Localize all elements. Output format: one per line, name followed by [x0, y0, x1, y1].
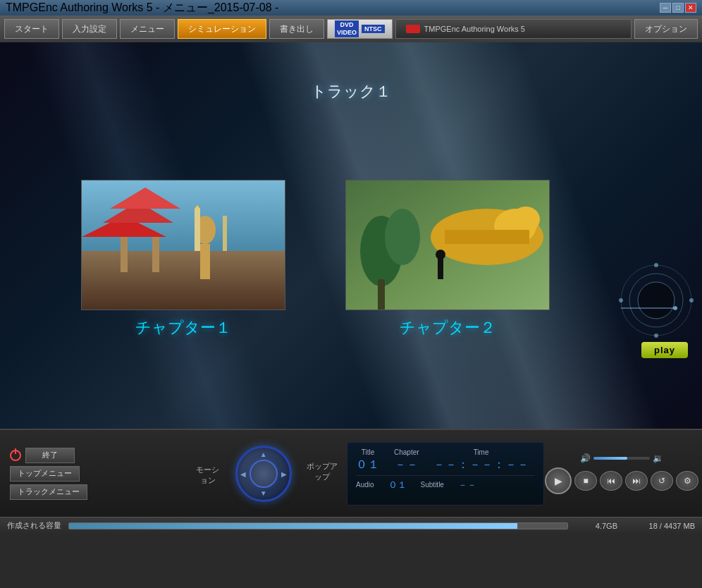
chapter-label: Chapter	[394, 448, 419, 456]
joystick-inner[interactable]	[250, 460, 278, 488]
subtitle-value: －－	[458, 479, 476, 491]
svg-point-24	[638, 282, 675, 319]
chapter-value: －－	[395, 458, 419, 472]
time-info-col: Time －－：－－：－－	[433, 448, 529, 472]
svg-point-28	[619, 298, 623, 302]
playback-controls: 🔊 🔉 ▶ ■ ⏮ ⏭ ↺ ⚙	[551, 453, 692, 494]
end-row: 終了	[10, 448, 186, 463]
status-count: 18 / 4437 MB	[624, 522, 695, 530]
start-button[interactable]: スタート	[4, 19, 59, 39]
svg-rect-0	[82, 180, 285, 251]
title-bar: TMPGEnc Authoring Works 5 - メニュー_2015-07…	[0, 0, 702, 16]
repeat-button[interactable]: ↺	[651, 471, 673, 491]
track-title: トラック１	[311, 81, 391, 102]
dvd-video-button[interactable]: DVDVIDEO NTSC	[327, 19, 393, 39]
volume-fill	[593, 457, 627, 460]
export-button[interactable]: 書き出し	[269, 19, 324, 39]
title-label: Title	[362, 448, 375, 456]
end-button[interactable]: 終了	[25, 448, 75, 463]
top-menu-row: トップメニュー	[10, 466, 186, 482]
joy-down-icon: ▼	[260, 489, 267, 497]
info-row-2: Audio ０１ Subtitle －－	[356, 475, 535, 491]
svg-rect-20	[438, 258, 443, 279]
svg-rect-9	[195, 209, 200, 251]
svg-point-25	[654, 263, 658, 267]
svg-point-21	[436, 250, 445, 259]
option-button[interactable]: オプション	[634, 19, 698, 39]
prev-button[interactable]: ⏮	[600, 471, 622, 491]
joy-right-icon: ▶	[281, 470, 287, 477]
speaker-icon: 🔉	[653, 453, 663, 463]
minimize-button[interactable]: ─	[660, 3, 671, 13]
maximize-button[interactable]: □	[672, 3, 684, 13]
settings-button[interactable]: ⚙	[676, 471, 698, 491]
audio-value: ０１	[388, 479, 407, 491]
status-size: 4.7GB	[575, 522, 617, 530]
volume-icon: 🔊	[580, 453, 591, 463]
brand-area: TMPGEnc Authoring Works 5	[395, 19, 632, 39]
chapter2-label: チャプター２	[400, 317, 495, 338]
title-text: TMPGEnc Authoring Works 5 - メニュー_2015-07…	[6, 1, 278, 16]
volume-row: 🔊 🔉	[580, 453, 663, 463]
subtitle-label: Subtitle	[421, 481, 444, 489]
svg-rect-11	[223, 216, 227, 251]
chapter1-container[interactable]: チャプター１	[81, 180, 285, 338]
info-row-1: Title ０１ Chapter －－ Time －－：－－：－－	[356, 448, 535, 472]
dvd-control-overlay: play	[641, 269, 688, 358]
svg-rect-5	[121, 237, 128, 272]
play-main-button[interactable]: ▶	[545, 467, 572, 494]
svg-point-15	[512, 207, 540, 232]
power-icon	[10, 450, 21, 461]
motion-area: モーション	[193, 461, 223, 486]
motion-label: モーション	[193, 465, 223, 486]
dvd-badge: DVDVIDEO	[335, 20, 359, 37]
track-menu-row: トラックメニュー	[10, 484, 186, 500]
transport-row: ▶ ■ ⏮ ⏭ ↺ ⚙	[545, 467, 698, 494]
ntsc-badge: NTSC	[362, 25, 385, 33]
capacity-fill	[69, 523, 517, 529]
joy-left-icon: ◀	[240, 470, 246, 477]
brand-icon	[406, 25, 420, 33]
time-label: Time	[474, 448, 489, 456]
svg-point-27	[654, 333, 658, 338]
play-button[interactable]: play	[641, 342, 688, 358]
info-display: Title ０１ Chapter －－ Time －－：－－：－－ Audio …	[347, 442, 544, 506]
chapter1-label: チャプター１	[135, 317, 231, 338]
svg-rect-1	[82, 251, 285, 310]
title-controls: ─ □ ✕	[660, 3, 696, 13]
audio-label: Audio	[356, 481, 374, 489]
chapter1-thumbnail	[81, 180, 285, 310]
title-value: ０１	[356, 458, 380, 472]
time-value: －－：－－：－－	[433, 458, 529, 472]
chapter-info-col: Chapter －－	[394, 448, 419, 472]
status-label: 作成される容量	[7, 520, 61, 531]
joystick-outer[interactable]: ▲ ▼ ◀ ▶	[235, 446, 292, 502]
stop-button[interactable]: ■	[574, 471, 597, 491]
svg-rect-16	[445, 230, 529, 244]
track-menu-button[interactable]: トラックメニュー	[10, 484, 87, 500]
joy-up-icon: ▲	[260, 451, 267, 458]
capacity-bar	[68, 522, 568, 529]
svg-rect-18	[378, 279, 385, 310]
svg-rect-8	[200, 244, 210, 279]
status-bar: 作成される容量 4.7GB 18 / 4437 MB	[0, 517, 702, 534]
popup-area: ポップアップ	[304, 461, 340, 486]
title-info-col: Title ０１	[356, 448, 380, 472]
top-menu-button[interactable]: トップメニュー	[10, 466, 80, 482]
chapter2-container[interactable]: チャプター２	[345, 180, 550, 338]
popup-label: ポップアップ	[304, 461, 340, 482]
left-controls: 終了 トップメニュー トラックメニュー	[10, 448, 186, 500]
simulation-button[interactable]: シミュレーション	[178, 19, 266, 39]
close-button[interactable]: ✕	[685, 3, 696, 13]
svg-point-19	[385, 209, 420, 265]
joystick-area[interactable]: ▲ ▼ ◀ ▶	[235, 446, 292, 502]
input-settings-button[interactable]: 入力設定	[62, 19, 117, 39]
brand-name: TMPGEnc Authoring Works 5	[424, 25, 525, 33]
menu-button[interactable]: メニュー	[120, 19, 175, 39]
next-button[interactable]: ⏭	[625, 471, 648, 491]
control-panel: 終了 トップメニュー トラックメニュー モーション ▲ ▼ ◀ ▶ ポップアップ…	[0, 429, 702, 517]
nav-bar: スタート 入力設定 メニュー シミュレーション 書き出し DVDVIDEO NT…	[0, 16, 702, 42]
volume-slider[interactable]	[593, 457, 650, 460]
chapter2-thumbnail	[345, 180, 550, 310]
svg-point-26	[689, 298, 694, 302]
